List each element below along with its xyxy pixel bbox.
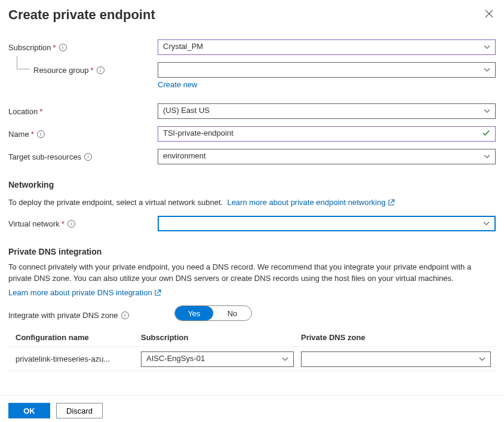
chevron-down-icon [282,357,288,361]
subscription-value: Crystal_PM [163,42,203,51]
subscription-select[interactable]: Crystal_PM [158,39,496,55]
integrate-label: Integrate with private DNS zone [8,311,118,320]
checkmark-icon [482,129,490,139]
dns-desc: To connect privately with your private e… [8,262,471,283]
toggle-yes[interactable]: Yes [175,306,213,320]
chevron-down-icon [479,357,485,361]
subscription-label: Subscription [8,43,51,52]
networking-desc: To deploy the private endpoint, select a… [8,198,223,207]
info-icon[interactable] [84,153,92,161]
name-input[interactable]: TSI-private-endpoint [158,126,496,142]
dns-col-config: Configuration name [16,333,141,342]
virtual-network-label: Virtual network [8,219,60,228]
chevron-down-icon [484,45,490,50]
resource-group-select[interactable] [158,62,496,78]
required-icon: * [53,43,56,52]
info-icon[interactable] [121,311,129,319]
location-select[interactable]: (US) East US [158,103,496,119]
name-label: Name [8,130,29,139]
target-subresources-value: environment [163,151,206,160]
dns-table-row: privatelink-timeseries-azu... AISC-EngSy… [8,347,496,371]
external-link-icon [155,289,161,296]
required-icon: * [91,66,94,75]
integrate-toggle[interactable]: Yes No [174,305,252,321]
discard-button[interactable]: Discard [56,403,103,418]
dns-col-zone: Private DNS zone [301,333,496,342]
dns-learn-link[interactable]: Learn more about private DNS integration [8,287,161,299]
external-link-icon [388,199,395,206]
info-icon[interactable] [67,220,75,228]
info-icon[interactable] [97,66,105,74]
name-value: TSI-private-endpoint [163,129,233,137]
target-subresources-select[interactable]: environment [158,149,496,164]
info-icon[interactable] [59,44,67,51]
chevron-down-icon [483,221,490,225]
close-icon[interactable] [483,7,496,20]
dns-subscription-value: AISC-EngSys-01 [146,354,205,363]
location-value: (US) East US [163,106,210,115]
required-icon: * [62,219,64,228]
required-icon: * [31,130,34,139]
dns-zone-select[interactable] [301,351,491,367]
dns-config-name: privatelink-timeseries-azu... [16,354,141,363]
target-subresources-label: Target sub-resources [8,152,81,161]
toggle-no[interactable]: No [213,306,251,320]
networking-heading: Networking [8,180,496,189]
tree-connector-icon [17,56,30,69]
required-icon: * [39,107,42,116]
info-icon[interactable] [37,130,45,138]
networking-learn-link[interactable]: Learn more about private endpoint networ… [227,197,394,209]
dns-col-sub: Subscription [141,333,301,342]
ok-button[interactable]: OK [8,403,50,418]
create-new-link[interactable]: Create new [158,80,197,89]
chevron-down-icon [484,109,490,114]
page-title: Create private endpoint [8,7,155,23]
dns-heading: Private DNS integration [8,247,496,256]
location-label: Location [8,107,38,116]
virtual-network-select[interactable] [158,216,496,231]
chevron-down-icon [484,155,490,159]
resource-group-label: Resource group [33,66,89,75]
chevron-down-icon [484,68,490,72]
dns-subscription-select[interactable]: AISC-EngSys-01 [141,351,294,367]
